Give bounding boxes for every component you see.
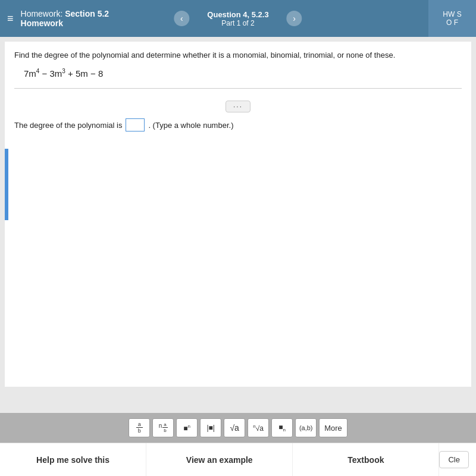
sqrt-icon: √a [230,423,239,433]
question-number-label: Question 4, 5.2.3 [207,10,268,19]
degree-input[interactable] [126,118,145,131]
clear-button[interactable]: Cle [439,451,469,468]
more-math-button[interactable]: More [319,418,347,437]
textbook-button[interactable]: Textbook [293,443,439,476]
sqrt-button[interactable]: √a [224,418,245,437]
subscript-button[interactable]: ■n [271,418,293,437]
bottom-action-bar: Help me solve this View an example Textb… [0,443,476,476]
header: ≡ Homework: Section 5.2 Homework ‹ Quest… [0,0,476,37]
prev-question-button[interactable]: ‹ [174,11,189,26]
answer-suffix-text: . (Type a whole number.) [148,121,233,130]
superscript-button[interactable]: ■n [176,418,198,437]
view-example-button[interactable]: View an example [146,443,293,476]
next-question-button[interactable]: › [287,11,302,26]
hw-score-area: HW S O F [428,0,476,37]
homework-section-label: Homework: Section 5.2 [21,9,109,18]
hw-score-label: HW S [443,10,461,18]
ordered-pair-icon: (a,b) [299,424,313,431]
answer-line: The degree of the polynomial is . (Type … [14,118,462,131]
absolute-value-icon: |■| [206,424,214,432]
subscript-icon: ■n [278,423,286,433]
main-content: Find the degree of the polynomial and de… [5,42,471,387]
header-title: Homework: Section 5.2 Homework [21,9,109,28]
answer-prefix-text: The degree of the polynomial is [14,121,122,130]
left-accent-bar [5,149,8,220]
question-navigation: ‹ Question 4, 5.2.3 Part 1 of 2 › [174,10,302,27]
mixed-icon: n a b [159,422,168,433]
superscript-icon: ■n [183,424,190,433]
problem-description: Find the degree of the polynomial and de… [14,50,462,61]
ordered-pair-button[interactable]: (a,b) [295,418,317,437]
more-dots-button[interactable]: ··· [226,101,250,112]
nth-root-button[interactable]: n√a [248,418,269,437]
content-divider [14,88,462,89]
polynomial-expression: 7m4 − 3m3 + 5m − 8 [24,68,462,79]
more-dots-row: ··· [14,101,462,112]
fraction-icon: a b [136,422,143,434]
menu-icon[interactable]: ≡ [7,12,14,25]
hw-score-sub: O F [446,18,458,27]
part-label: Part 1 of 2 [221,19,254,27]
fraction-button[interactable]: a b [129,418,150,437]
help-solve-button[interactable]: Help me solve this [0,443,146,476]
math-toolbar: a b n a b ■n |■| √a n√a ■n (a,b) More [0,413,476,443]
mixed-number-button[interactable]: n a b [152,418,174,437]
question-info: Question 4, 5.2.3 Part 1 of 2 [207,10,268,27]
homework-subtitle: Homework [21,18,109,28]
absolute-value-button[interactable]: |■| [200,418,221,437]
nth-root-icon: n√a [253,424,264,433]
